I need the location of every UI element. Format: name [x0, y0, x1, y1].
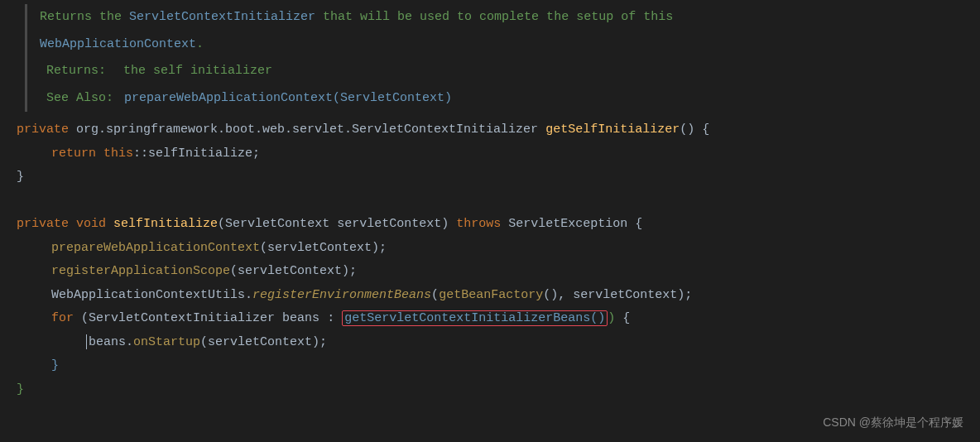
parens: ( — [230, 264, 238, 278]
method-call: getBeanFactory — [439, 288, 543, 302]
arg: servletContext — [238, 264, 342, 278]
parens: ( — [260, 241, 267, 255]
method-call-highlighted: getServletContextInitializerBeans — [344, 311, 590, 325]
doc-text: Returns the — [40, 10, 129, 24]
code-line: for (ServletContextInitializer beans : g… — [17, 307, 980, 331]
returns-label: Returns: — [46, 64, 106, 78]
code-line: registerApplicationScope(servletContext)… — [17, 260, 980, 284]
keyword-void: void — [76, 217, 106, 231]
doc-returns-line: Returns: the self initializer — [40, 58, 980, 85]
parens: ); — [342, 264, 357, 278]
param-name: servletContext — [337, 217, 441, 231]
seealso-label: See Also: — [46, 91, 113, 105]
operator: :: — [133, 147, 148, 161]
parens: ( — [81, 311, 89, 325]
exception-type: ServletException — [508, 217, 627, 231]
brace: } — [51, 358, 59, 372]
type-name: org.springframework.boot.web.servlet.Ser… — [76, 123, 538, 137]
keyword-private: private — [17, 123, 69, 137]
code-line: private void selfInitialize(ServletConte… — [17, 213, 980, 237]
method-decl: selfInitialize — [113, 217, 218, 231]
brace: { — [622, 311, 630, 325]
doc-description-line2: WebApplicationContext. — [40, 31, 980, 59]
arg: servletContext — [208, 335, 312, 349]
method-call: prepareWebApplicationContext — [51, 241, 260, 255]
seealso-link[interactable]: prepareWebApplicationContext(ServletCont… — [124, 91, 452, 105]
code-line: beans.onStartup(servletContext); — [17, 331, 980, 355]
colon: : — [327, 311, 334, 325]
code-line: private org.springframework.boot.web.ser… — [17, 118, 980, 142]
keyword-private: private — [17, 217, 69, 231]
arg: servletContext — [573, 288, 677, 302]
parens: ); — [372, 241, 387, 255]
parens: (), — [543, 288, 573, 302]
keyword-return: return — [51, 147, 96, 161]
doc-text: . — [196, 37, 204, 51]
keyword-this: this — [103, 147, 133, 161]
watermark: CSDN @蔡徐坤是个程序媛 — [823, 411, 963, 434]
returns-text: the self initializer — [123, 64, 272, 78]
static-method-call: registerEnvironmentBeans — [252, 288, 431, 302]
doc-link-webappcontext[interactable]: WebApplicationContext — [40, 37, 196, 51]
keyword-for: for — [51, 311, 74, 325]
parens: ( — [431, 288, 439, 302]
parens: ( — [218, 217, 225, 231]
parens: () — [590, 311, 605, 325]
doc-description-line1: Returns the ServletContextInitializer th… — [40, 4, 980, 31]
doc-link-initializer[interactable]: ServletContextInitializer — [129, 10, 315, 24]
method-decl: getSelfInitializer — [545, 123, 680, 137]
code-line: WebApplicationContextUtils.registerEnvir… — [17, 284, 980, 308]
arg: servletContext — [267, 241, 372, 255]
doc-seealso-line: See Also: prepareWebApplicationContext(S… — [40, 85, 980, 113]
parens: ) — [441, 217, 449, 231]
brace: { — [635, 217, 642, 231]
method-ref: selfInitialize — [148, 147, 252, 161]
cursor-caret — [86, 334, 87, 349]
dot: . — [126, 335, 133, 349]
code-line: prepareWebApplicationContext(servletCont… — [17, 237, 980, 261]
loop-var: beans — [282, 311, 319, 325]
parens: ); — [312, 335, 327, 349]
code-line: } — [17, 378, 980, 402]
highlighted-expression: getServletContextInitializerBeans() — [342, 310, 608, 326]
class-name: WebApplicationContextUtils — [51, 288, 245, 302]
method-call: registerApplicationScope — [51, 264, 230, 278]
parens: () — [680, 123, 694, 137]
javadoc-block: Returns the ServletContextInitializer th… — [25, 4, 980, 112]
code-editor[interactable]: private org.springframework.boot.web.ser… — [0, 118, 980, 401]
parens: ); — [677, 288, 692, 302]
parens: ) — [608, 311, 615, 325]
code-line: } — [17, 354, 980, 378]
dot: . — [245, 288, 252, 302]
keyword-throws: throws — [456, 217, 501, 231]
brace: { — [702, 123, 709, 137]
brace: } — [17, 382, 24, 396]
param-type: ServletContext — [225, 217, 329, 231]
parens: ( — [200, 335, 208, 349]
blank-line — [17, 190, 980, 214]
method-call: onStartup — [133, 335, 200, 349]
var-ref: beans — [89, 335, 126, 349]
code-line: return this::selfInitialize; — [17, 142, 980, 166]
semicolon: ; — [252, 147, 260, 161]
loop-type: ServletContextInitializer — [89, 311, 275, 325]
doc-text: that will be used to complete the setup … — [315, 10, 673, 24]
code-line: } — [17, 166, 980, 190]
brace: } — [17, 170, 24, 184]
